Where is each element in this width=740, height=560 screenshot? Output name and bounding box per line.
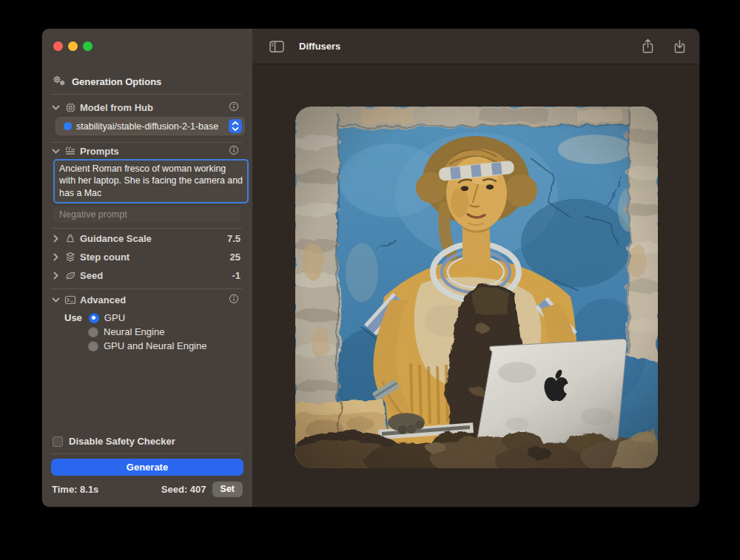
seed-row[interactable]: Seed -1 xyxy=(42,269,252,282)
radio-gpu[interactable] xyxy=(89,313,99,323)
terminal-icon xyxy=(64,295,77,305)
time-status: Time: 8.1s xyxy=(52,484,98,495)
divider xyxy=(50,453,242,454)
sidebar: Generation Options Model from Hub xyxy=(42,29,252,507)
info-circle-icon[interactable] xyxy=(229,145,239,158)
canvas-area xyxy=(252,64,699,507)
model-select-value: stabilityai/stable-diffusion-2-1-base xyxy=(76,121,218,132)
gears-icon xyxy=(52,75,66,89)
safety-checkbox-label: Disable Safety Checker xyxy=(69,436,175,447)
generated-image xyxy=(295,107,658,468)
radio-neural-engine-label: Neural Engine xyxy=(104,326,164,337)
step-count-row[interactable]: Step count 25 xyxy=(42,250,252,263)
close-button[interactable] xyxy=(53,41,63,51)
divider xyxy=(50,94,242,95)
prompts-section-row[interactable]: Prompts xyxy=(42,144,252,158)
cpu-icon xyxy=(64,102,77,113)
generate-button[interactable]: Generate xyxy=(51,459,243,476)
minimize-button[interactable] xyxy=(68,41,78,51)
step-count-value: 25 xyxy=(230,252,240,263)
radio-gpu-label: GPU xyxy=(104,312,125,323)
titlebar: Diffusers xyxy=(252,29,699,64)
step-count-label: Step count xyxy=(80,252,130,263)
prompts-section-label: Prompts xyxy=(80,146,119,157)
text-quote-icon xyxy=(64,146,77,156)
chevron-down-icon[interactable] xyxy=(51,105,60,110)
model-status-dot xyxy=(64,122,72,130)
compute-unit-option-neural-engine[interactable]: Neural Engine xyxy=(88,326,164,337)
prompt-input[interactable]: Ancient Roman fresco of woman working wi… xyxy=(59,163,243,200)
model-section-label: Model from Hub xyxy=(80,102,153,113)
share-icon[interactable] xyxy=(642,38,654,54)
model-select[interactable]: stabilityai/stable-diffusion-2-1-base xyxy=(56,117,245,135)
status-bar: Time: 8.1s Seed: 407 Set xyxy=(52,480,243,498)
traffic-lights xyxy=(53,41,92,51)
seed-value: -1 xyxy=(232,270,240,281)
chevron-down-icon[interactable] xyxy=(51,297,60,303)
info-circle-icon[interactable] xyxy=(229,101,239,114)
guidance-scale-label: Guidance Scale xyxy=(80,233,152,244)
divider xyxy=(50,228,242,229)
info-circle-icon[interactable] xyxy=(229,294,239,306)
advanced-section-row[interactable]: Advanced xyxy=(42,293,252,306)
fresco-illustration xyxy=(295,107,658,468)
chevron-down-icon[interactable] xyxy=(51,149,60,154)
negative-prompt-input[interactable] xyxy=(53,206,240,223)
divider xyxy=(50,142,242,143)
download-icon[interactable] xyxy=(673,38,686,54)
zoom-button[interactable] xyxy=(83,41,92,51)
advanced-section-label: Advanced xyxy=(80,294,126,306)
cube-stack-icon xyxy=(64,252,77,263)
compute-unit-option-gpu-and-neural-engine[interactable]: GPU and Neural Engine xyxy=(88,340,206,351)
app-window: Generation Options Model from Hub xyxy=(41,28,700,507)
disable-safety-checker-row[interactable]: Disable Safety Checker xyxy=(53,436,175,447)
set-seed-button[interactable]: Set xyxy=(212,482,243,497)
use-label: Use xyxy=(64,312,82,323)
radio-gpu-and-ne-label: GPU and Neural Engine xyxy=(104,340,206,351)
guidance-scale-row[interactable]: Guidance Scale 7.5 xyxy=(42,232,252,245)
main-area: Diffusers xyxy=(252,29,699,507)
popup-stepper-icon[interactable] xyxy=(229,119,242,133)
model-section-row[interactable]: Model from Hub xyxy=(42,101,252,114)
divider xyxy=(50,289,242,289)
chevron-right-icon[interactable] xyxy=(51,235,60,243)
seed-status: Seed: 407 xyxy=(161,484,206,495)
window-title: Diffusers xyxy=(299,41,340,52)
guidance-scale-value: 7.5 xyxy=(227,233,240,244)
desktop: Generation Options Model from Hub xyxy=(0,0,740,560)
radio-gpu-and-ne[interactable] xyxy=(88,341,98,351)
generation-options-header: Generation Options xyxy=(52,75,161,89)
leaf-icon xyxy=(64,271,77,280)
sidebar-toggle-icon[interactable] xyxy=(269,41,284,53)
chevron-right-icon[interactable] xyxy=(51,271,60,280)
compute-unit-option-gpu[interactable]: Use GPU xyxy=(64,312,125,323)
chevron-right-icon[interactable] xyxy=(51,253,60,261)
prompt-field-wrap: Ancient Roman fresco of woman working wi… xyxy=(53,159,249,203)
safety-checkbox[interactable] xyxy=(53,436,63,447)
weight-icon xyxy=(64,233,77,243)
generation-options-label: Generation Options xyxy=(72,76,161,87)
radio-neural-engine[interactable] xyxy=(88,327,98,337)
seed-label: Seed xyxy=(80,270,103,281)
